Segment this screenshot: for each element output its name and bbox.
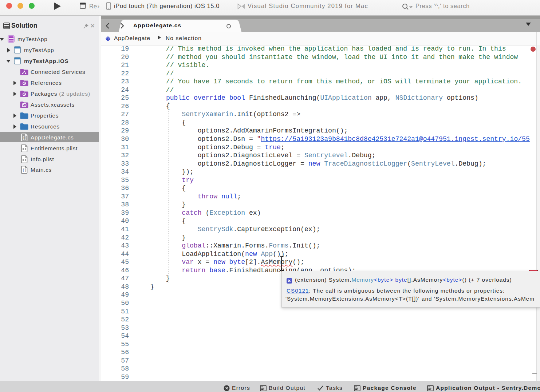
svg-text:C: C xyxy=(107,37,109,41)
